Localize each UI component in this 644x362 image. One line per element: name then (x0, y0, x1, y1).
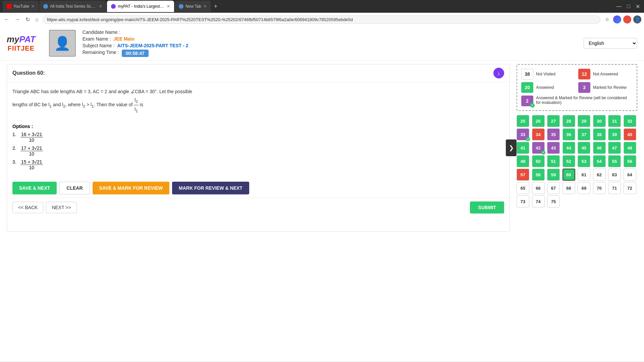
option-2[interactable]: 2. 17 + 3√21 10 (12, 145, 504, 157)
question-grid-btn-44[interactable]: 44 (562, 142, 575, 154)
answered-badge: 20 (521, 82, 533, 93)
question-grid-btn-75[interactable]: 75 (547, 195, 560, 207)
star-icon[interactable]: ☆ (603, 15, 611, 23)
question-grid-btn-49[interactable]: 49 (517, 155, 529, 167)
question-grid-btn-51[interactable]: 51 (547, 155, 560, 167)
save-mark-review-button[interactable]: SAVE & MARK FOR REVIEW (93, 182, 170, 194)
question-grid-btn-64[interactable]: 64 (624, 169, 636, 181)
question-grid-btn-74[interactable]: 74 (532, 195, 545, 207)
question-grid-btn-61[interactable]: 61 (578, 169, 590, 181)
close-window-button[interactable]: ✕ (634, 3, 641, 10)
minimize-button[interactable]: — (615, 3, 623, 9)
new-tab-button[interactable]: + (211, 3, 220, 10)
close-tab-mypat[interactable]: ✕ (167, 4, 170, 9)
question-grid-btn-48[interactable]: 48 (624, 142, 636, 154)
browser-tab-newtab[interactable]: New Tab ✕ (175, 1, 210, 12)
question-grid-btn-32[interactable]: 32 (624, 115, 636, 127)
question-grid-btn-60[interactable]: 60 (562, 169, 575, 181)
question-grid-btn-42[interactable]: 42✓ (532, 142, 545, 154)
save-next-button[interactable]: SAVE & NEXT (12, 182, 57, 194)
question-grid-btn-67[interactable]: 67 (547, 182, 560, 194)
question-grid-btn-73[interactable]: 73 (517, 195, 529, 207)
question-grid-btn-27[interactable]: 27 (547, 115, 560, 127)
question-grid-btn-28[interactable]: 28 (562, 115, 575, 127)
question-grid-btn-72[interactable]: 72 (624, 182, 636, 194)
option-3[interactable]: 3. 15 + 3√21 10 (12, 159, 504, 170)
avatar: 👤 (49, 30, 76, 57)
browser-tab-mypat[interactable]: myPAT - India's Largest Online... ✕ (107, 1, 174, 12)
option-3-num: 3. (12, 159, 18, 165)
question-grid-btn-56[interactable]: 56 (624, 155, 636, 167)
option-1-text: 16 + 3√21 10 (20, 132, 43, 143)
question-grid-btn-31[interactable]: 31 (608, 115, 621, 127)
url-bar[interactable] (43, 15, 600, 24)
question-grid-btn-33[interactable]: 33✓ (517, 128, 529, 140)
exam-name-row: Exam Name : JEE Main (83, 36, 189, 42)
question-grid-btn-54[interactable]: 54 (593, 155, 606, 167)
question-grid-btn-53[interactable]: 53 (578, 155, 590, 167)
close-tab-youtube[interactable]: ✕ (31, 4, 35, 9)
question-grid-btn-45[interactable]: 45 (578, 142, 590, 154)
submit-button[interactable]: SUBMIT (470, 201, 504, 214)
question-grid-btn-68[interactable]: 68 (562, 182, 575, 194)
back-button[interactable]: ← (3, 16, 11, 23)
forward-button[interactable]: → (13, 16, 21, 23)
question-grid-btn-57[interactable]: 57 (517, 169, 529, 181)
question-grid-btn-50[interactable]: 50 (532, 155, 545, 167)
profile-icon[interactable]: 👤 (633, 15, 641, 23)
close-tab-aits[interactable]: ✕ (99, 4, 102, 9)
question-grid-btn-25[interactable]: 25 (517, 115, 529, 127)
app-container: myPAT FIITJEE 👤 Candidate Name : Exam Na… (0, 26, 644, 361)
close-tab-newtab[interactable]: ✕ (203, 4, 207, 9)
logo-my-text: my (7, 34, 19, 44)
question-grid-btn-38[interactable]: 38 (593, 128, 606, 140)
question-grid-btn-63[interactable]: 63 (608, 169, 621, 181)
maximize-button[interactable]: □ (626, 3, 632, 9)
option-2-num: 2. (12, 145, 18, 151)
question-grid-btn-36[interactable]: 36 (562, 128, 575, 140)
tab-label-mypat: myPAT - India's Largest Online... (118, 4, 165, 9)
option-2-text: 17 + 3√21 10 (20, 145, 43, 157)
tabs-area: YouTube ✕ All India Test Series Schdule … (3, 1, 615, 12)
reload-button[interactable]: ↻ (24, 16, 31, 23)
question-grid-btn-39[interactable]: 39 (608, 128, 621, 140)
question-grid-btn-69[interactable]: 69 (578, 182, 590, 194)
question-grid-btn-46[interactable]: 46 (593, 142, 606, 154)
timer-row: Remaining Time : 00:58:47 (83, 50, 189, 57)
question-grid-btn-40[interactable]: 40 (624, 128, 636, 140)
answered-label: Answered (536, 85, 554, 90)
header: myPAT FIITJEE 👤 Candidate Name : Exam Na… (0, 26, 644, 61)
question-grid-btn-41[interactable]: 41 (517, 142, 529, 154)
question-grid-btn-34[interactable]: 34 (532, 128, 545, 140)
extensions-icon[interactable] (623, 15, 631, 23)
question-grid-btn-43[interactable]: 43 (547, 142, 560, 154)
side-arrow-button[interactable]: ❯ (506, 139, 517, 156)
mypat-tab-icon (111, 4, 116, 9)
browser-tab-youtube[interactable]: YouTube ✕ (3, 1, 39, 12)
question-grid-btn-62[interactable]: 62 (593, 169, 606, 181)
question-grid-btn-37[interactable]: 37 (578, 128, 590, 140)
question-grid-btn-65[interactable]: 65 (517, 182, 529, 194)
option-1[interactable]: 1. 16 + 3√21 10 (12, 132, 504, 143)
back-button-question[interactable]: << BACK (12, 202, 43, 213)
clear-button[interactable]: CLEAR (59, 182, 90, 194)
question-grid-btn-30[interactable]: 30 (593, 115, 606, 127)
question-grid-btn-47[interactable]: 47 (608, 142, 621, 154)
mark-review-next-button[interactable]: MARK FOR REVIEW & NEXT (172, 182, 249, 194)
question-grid-btn-35[interactable]: 35 (547, 128, 560, 140)
question-grid-btn-70[interactable]: 70 (593, 182, 606, 194)
language-selector[interactable]: English Hindi (584, 38, 637, 49)
next-button-question[interactable]: NEXT >> (46, 202, 76, 213)
browser-tab-aits[interactable]: All India Test Series Schdule for... ✕ (39, 1, 106, 12)
question-grid-btn-58[interactable]: 58 (532, 169, 545, 181)
question-grid-btn-59[interactable]: 59 (547, 169, 560, 181)
question-grid: 252627282930313233✓343536373839404142✓43… (517, 115, 637, 207)
question-grid-btn-55[interactable]: 55 (608, 155, 621, 167)
question-grid-btn-52[interactable]: 52 (562, 155, 575, 167)
question-grid-btn-66[interactable]: 66 (532, 182, 545, 194)
home-button[interactable]: ⌂ (34, 16, 40, 23)
scroll-down-button[interactable]: ↓ (493, 68, 504, 78)
question-grid-btn-29[interactable]: 29 (578, 115, 590, 127)
question-grid-btn-26[interactable]: 26 (532, 115, 545, 127)
question-grid-btn-71[interactable]: 71 (608, 182, 621, 194)
